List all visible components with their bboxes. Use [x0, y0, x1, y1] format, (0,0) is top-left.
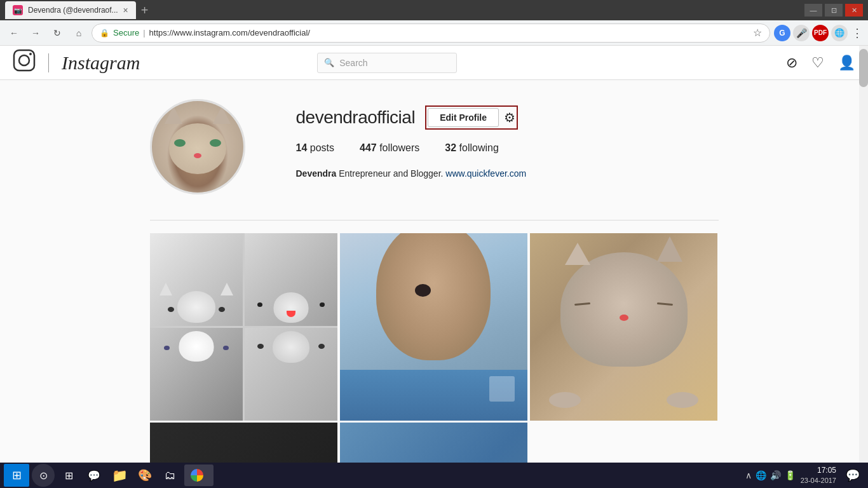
tab-close-btn[interactable]: × [123, 5, 128, 15]
ig-header-icons: ⊘ ♡ 👤 [786, 55, 855, 71]
profile-avatar-wrapper [150, 99, 245, 194]
browser-extensions: G 🎤 PDF 🌐 [774, 25, 848, 41]
tray-chevron[interactable]: ∧ [745, 470, 752, 480]
refresh-btn[interactable]: ↻ [48, 24, 66, 42]
start-btn[interactable]: ⊞ [4, 464, 29, 487]
profile-icon[interactable]: 👤 [838, 55, 855, 71]
post-item-3[interactable] [530, 233, 717, 421]
svg-point-1 [19, 55, 29, 65]
secure-icon: 🔒 [100, 29, 109, 37]
tab-title: Devendra (@devendraof... [28, 6, 118, 15]
browser-titlebar: 📷 Devendra (@devendraof... × + — ⊡ ✕ [0, 0, 868, 20]
chrome-icon [191, 469, 203, 482]
taskbar-paint-btn[interactable]: 🎨 [133, 464, 156, 487]
browser-scrollbar[interactable] [859, 46, 868, 463]
bio-link[interactable]: www.quickfever.com [445, 168, 526, 179]
bio-name: Devendra [296, 168, 337, 179]
taskbar-files-btn[interactable]: 🗂 [159, 464, 182, 487]
avatar-image [152, 101, 243, 193]
taskbar-multiview-btn[interactable]: ⊞ [57, 464, 80, 487]
notification-icon: 💬 [846, 468, 860, 482]
instagram-camera-icon [13, 49, 36, 76]
compass-icon[interactable]: ⊘ [786, 55, 797, 71]
ext-icon-other[interactable]: 🌐 [831, 25, 848, 41]
tray-network[interactable]: 🌐 [756, 470, 766, 480]
ig-logo-divider [48, 53, 49, 72]
taskbar-chrome-btn[interactable] [184, 464, 214, 486]
profile-bio: Devendra Entrepreneur and Blogger. www.q… [296, 166, 719, 180]
profile-avatar [150, 99, 245, 194]
edit-profile-btn[interactable]: Edit Profile [428, 108, 499, 127]
tray-volume[interactable]: 🔊 [770, 470, 781, 480]
profile-username-row: devendraofficial Edit Profile ⚙ [296, 105, 719, 130]
taskbar-fileexplorer-btn[interactable]: 📁 [108, 464, 131, 487]
taskbar-clock[interactable]: 17:05 23-04-2017 [801, 465, 836, 485]
bio-text: Entrepreneur and Blogger. [339, 168, 445, 179]
address-bar[interactable]: 🔒 Secure | https://www.instagram.com/dev… [92, 24, 770, 43]
tray-battery[interactable]: 🔋 [785, 470, 796, 480]
ext-icon-1[interactable]: G [774, 25, 790, 41]
profile-info: devendraofficial Edit Profile ⚙ 14 posts… [296, 99, 719, 180]
back-btn[interactable]: ← [5, 24, 23, 42]
minimize-btn[interactable]: — [804, 4, 822, 17]
profile-header: devendraofficial Edit Profile ⚙ 14 posts… [150, 99, 719, 194]
instagram-page: QUICKFEVER Instagram 🔍 Search ⊘ ♡ 👤 [0, 46, 868, 488]
browser-addressbar: ← → ↻ ⌂ 🔒 Secure | https://www.instagram… [0, 20, 868, 46]
tab-bar: 📷 Devendra (@devendraof... × + [5, 0, 153, 20]
post-cat-2 [245, 233, 337, 326]
tab-favicon: 📷 [13, 5, 23, 15]
edit-profile-box: Edit Profile ⚙ [425, 105, 518, 130]
forward-btn[interactable]: → [27, 24, 44, 42]
scrollbar-thumb[interactable] [859, 49, 868, 87]
browser-menu-btn[interactable]: ⋮ [851, 26, 863, 40]
address-separator: | [143, 28, 145, 37]
taskbar-search-btn[interactable]: ⊙ [32, 464, 55, 487]
ig-main-content: devendraofficial Edit Profile ⚙ 14 posts… [137, 80, 731, 488]
window-controls: — ⊡ ✕ [804, 4, 863, 17]
profile-stats: 14 posts 447 followers 32 following [296, 142, 719, 154]
notification-btn[interactable]: 💬 [841, 464, 864, 487]
instagram-header: Instagram 🔍 Search ⊘ ♡ 👤 [0, 46, 868, 80]
ext-icon-pdf[interactable]: PDF [812, 25, 829, 41]
posts-divider [150, 220, 719, 220]
clock-date: 23-04-2017 [801, 476, 836, 485]
close-btn[interactable]: ✕ [845, 4, 863, 17]
post-item-2[interactable] [340, 233, 527, 421]
ig-logo-area: Instagram [13, 49, 140, 76]
taskbar-cortana-btn[interactable]: 💬 [83, 464, 105, 487]
post-item-1[interactable] [150, 233, 337, 421]
bookmark-icon[interactable]: ☆ [753, 27, 762, 39]
posts-grid [150, 233, 719, 488]
following-stat[interactable]: 32 following [445, 142, 499, 154]
taskbar-right-area: ∧ 🌐 🔊 🔋 17:05 23-04-2017 💬 [745, 464, 864, 487]
secure-label: Secure [113, 28, 139, 37]
posts-stat: 14 posts [296, 142, 335, 154]
post-cat-4 [245, 328, 337, 421]
post-cat-3 [150, 328, 243, 421]
taskbar: ⊞ ⊙ ⊞ 💬 📁 🎨 🗂 ∧ 🌐 🔊 🔋 17:05 23-04-2017 💬 [0, 463, 868, 488]
address-text: https://www.instagram.com/devendraoffici… [149, 28, 749, 37]
maximize-btn[interactable]: ⊡ [825, 4, 843, 17]
search-icon: 🔍 [324, 58, 334, 67]
svg-point-2 [29, 53, 32, 55]
home-btn[interactable]: ⌂ [70, 24, 88, 42]
active-tab[interactable]: 📷 Devendra (@devendraof... × [5, 1, 136, 19]
new-tab-btn[interactable]: + [136, 3, 154, 18]
profile-username: devendraofficial [296, 107, 416, 128]
ig-search-bar[interactable]: 🔍 Search [317, 53, 457, 73]
settings-btn[interactable]: ⚙ [504, 110, 515, 125]
system-tray: ∧ 🌐 🔊 🔋 [745, 470, 796, 480]
heart-icon[interactable]: ♡ [811, 55, 824, 71]
instagram-wordmark: Instagram [62, 52, 140, 74]
clock-time: 17:05 [801, 465, 836, 476]
post-cat-1 [150, 233, 243, 326]
followers-stat[interactable]: 447 followers [360, 142, 419, 154]
search-placeholder: Search [339, 58, 367, 68]
ext-icon-mic[interactable]: 🎤 [793, 25, 810, 41]
